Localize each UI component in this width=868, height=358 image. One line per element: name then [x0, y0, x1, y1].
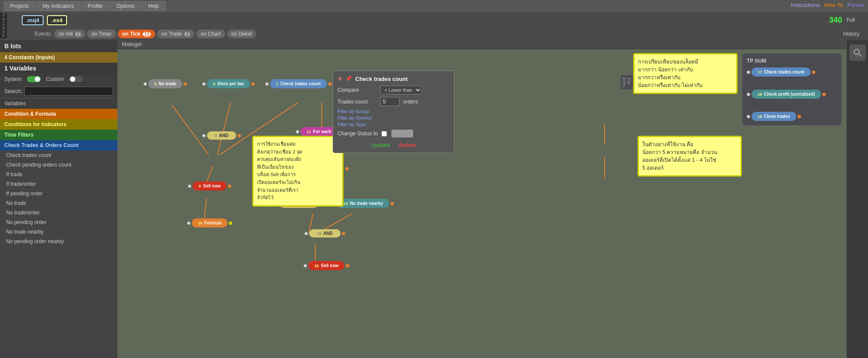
connection-lines: [117, 50, 846, 358]
node-15-and[interactable]: 15 AND: [304, 229, 345, 238]
node-16-sell-now[interactable]: 16 Sell now: [304, 261, 349, 270]
popup-filter-group[interactable]: Filter by Group: [337, 109, 450, 114]
popup-filter-type[interactable]: Filter by Type: [337, 122, 450, 127]
top-right-links: Instructions How To Forum: [791, 2, 864, 8]
mq4-button[interactable]: .mq4: [22, 15, 43, 25]
fxdreema-label: fxdreema: [0, 12, 7, 38]
variables-section[interactable]: 1 Variables: [0, 63, 117, 74]
system-toggle[interactable]: [27, 76, 41, 82]
left-panel-title: B lots: [0, 40, 117, 52]
popup-trades-label: Trades count: [337, 99, 377, 105]
tooltip-compare: การเปรียบเทียบของบล็อคมี มากกว่า น้อยกว่…: [633, 53, 738, 94]
link-forum[interactable]: Forum: [847, 2, 864, 8]
custom-toggle[interactable]: [69, 76, 83, 82]
node-6-once-per-bar[interactable]: 6 Once per bar: [202, 79, 255, 88]
search-label: Search:: [4, 88, 22, 94]
event-on-deinit[interactable]: on Deinit: [227, 30, 256, 38]
right-icon-button[interactable]: [849, 44, 866, 61]
popup-orders-label: orders: [403, 99, 418, 105]
history-label[interactable]: History: [843, 31, 859, 37]
search-input[interactable]: [24, 87, 113, 96]
popup-trades-count-row: Trades count orders: [337, 97, 450, 106]
svg-point-12: [854, 49, 859, 54]
var-bies-label: Varbies: [620, 75, 633, 90]
count-badge: 340: [829, 16, 842, 25]
node-8-and[interactable]: 8 AND: [202, 131, 241, 140]
node-9-sell-now[interactable]: 9 Sell now: [188, 181, 231, 191]
link-howto[interactable]: How To: [824, 2, 843, 8]
popup-delete-button[interactable]: Delete: [399, 142, 416, 148]
time-filters-category[interactable]: Time Filters: [0, 130, 117, 140]
main-layout: B lots 4 Constants (Inputs) 1 Variables …: [0, 40, 868, 358]
system-label: System: [4, 76, 22, 82]
search-row: Search:: [0, 84, 117, 98]
popup-change-status-row: Change Status to: [337, 130, 450, 137]
constants-section[interactable]: 4 Constants (Inputs): [0, 52, 117, 63]
sidebar-item-check-pending[interactable]: Check pending orders count: [0, 160, 117, 170]
node-17-check-trades[interactable]: 17 Check trades count: [747, 67, 837, 77]
full-button[interactable]: Full: [847, 17, 855, 23]
ex4-button[interactable]: .ex4: [47, 15, 67, 25]
tp-sum-title: TP SUM: [747, 58, 837, 64]
popup-close-icon[interactable]: ✕: [337, 75, 343, 82]
popup-update-button[interactable]: Update: [371, 142, 390, 148]
sidebar-item-no-trade-order[interactable]: No trade/order: [0, 208, 117, 217]
svg-line-1: [217, 103, 230, 155]
search-icon: [852, 47, 863, 58]
right-side-panel: [846, 40, 868, 358]
system-custom-row: System Custom: [0, 74, 117, 84]
events-bar: Events on Init 2 on Timer on Tick 15 on …: [0, 28, 868, 40]
sidebar-item-check-trades[interactable]: Check trades count: [0, 151, 117, 160]
menu-help[interactable]: Help: [142, 1, 166, 11]
left-panel: B lots 4 Constants (Inputs) 1 Variables …: [0, 40, 117, 358]
event-on-chart[interactable]: on Chart: [196, 30, 225, 38]
node-7-check-trades[interactable]: 7 Check trades count: [265, 79, 332, 88]
sidebar-item-no-pending-nearby[interactable]: No pending order nearby: [0, 237, 117, 246]
menu-profile[interactable]: Profile: [81, 1, 109, 11]
tp-sum-box: TP SUM 17 Check trades count 18 Check pr…: [742, 53, 842, 126]
node-18-check-profit[interactable]: 18 Check profit (unrealized): [747, 90, 837, 99]
sidebar-item-no-trade[interactable]: No trade: [0, 198, 117, 208]
variables-header: Variables: [0, 98, 117, 109]
popup-status-checkbox[interactable]: [381, 131, 387, 137]
svg-line-4: [204, 198, 207, 218]
link-instructions[interactable]: Instructions: [791, 2, 820, 8]
second-toolbar: fxdreema .mq4 .ex4 340 Full: [0, 12, 868, 28]
node-10-formula[interactable]: 10 Formula: [187, 218, 232, 228]
svg-line-13: [859, 54, 861, 57]
sidebar-item-if-trade-order[interactable]: If trade/order: [0, 179, 117, 189]
popup-pin-icon[interactable]: 📌: [345, 76, 352, 82]
event-on-timer[interactable]: on Timer: [87, 30, 116, 38]
menu-options[interactable]: Options: [110, 1, 141, 11]
custom-label: Custom: [46, 76, 64, 82]
top-menu-bar: Projects My Indicators Profile Options H…: [0, 0, 868, 12]
node-19-close-trades[interactable]: 19 Close trades: [747, 112, 837, 121]
event-on-tick[interactable]: on Tick 15: [118, 30, 155, 38]
canvas-title: Matingel: [117, 40, 846, 49]
popup-title-text: Check trades count: [355, 76, 408, 82]
popup-change-status-label: Change Status to: [337, 130, 378, 137]
sidebar-item-no-trade-nearby[interactable]: No trade nearby: [0, 227, 117, 237]
node-5-no-trade[interactable]: 5 No trade: [144, 79, 187, 88]
popup-button-row: Update Delete: [337, 142, 450, 148]
sidebar-item-if-pending[interactable]: If pending order: [0, 189, 117, 198]
popup-title-bar: ✕ 📌 Check trades count: [337, 75, 450, 82]
popup-compare-select[interactable]: < Lower than: [380, 86, 422, 94]
yellow-tooltip-left: การใช้งานเชื่อมต่อ สังเกตุว่าจะเชื่อม 2 …: [252, 136, 344, 207]
condition-formula-category[interactable]: Condition & Formula: [0, 109, 117, 119]
conditions-indicators-category[interactable]: Conditions for Indicators: [0, 119, 117, 130]
popup-trades-input[interactable]: [380, 97, 400, 106]
event-on-init[interactable]: on Init 2: [54, 30, 86, 38]
menu-my-indicators[interactable]: My Indicators: [36, 1, 80, 11]
events-label: Events: [35, 31, 51, 37]
popup-filter-symbol[interactable]: Filter by Symbol: [337, 115, 450, 120]
svg-line-0: [172, 105, 209, 155]
check-trades-category[interactable]: Check Trades & Orders Count: [0, 140, 117, 151]
popup-compare-row: Compare < Lower than: [337, 86, 450, 94]
menu-projects[interactable]: Projects: [3, 1, 35, 11]
sidebar-item-if-trade[interactable]: If trade: [0, 170, 117, 179]
event-on-trade[interactable]: on Trade 2: [157, 30, 194, 38]
sidebar-item-no-pending[interactable]: No pending order: [0, 217, 117, 227]
canvas-container[interactable]: Matingel 5 No trade: [117, 40, 846, 358]
tooltip-example: ในตัวอย่างที่ใช้งาน คือ น้อยกว่า 5 ความห…: [638, 136, 742, 177]
